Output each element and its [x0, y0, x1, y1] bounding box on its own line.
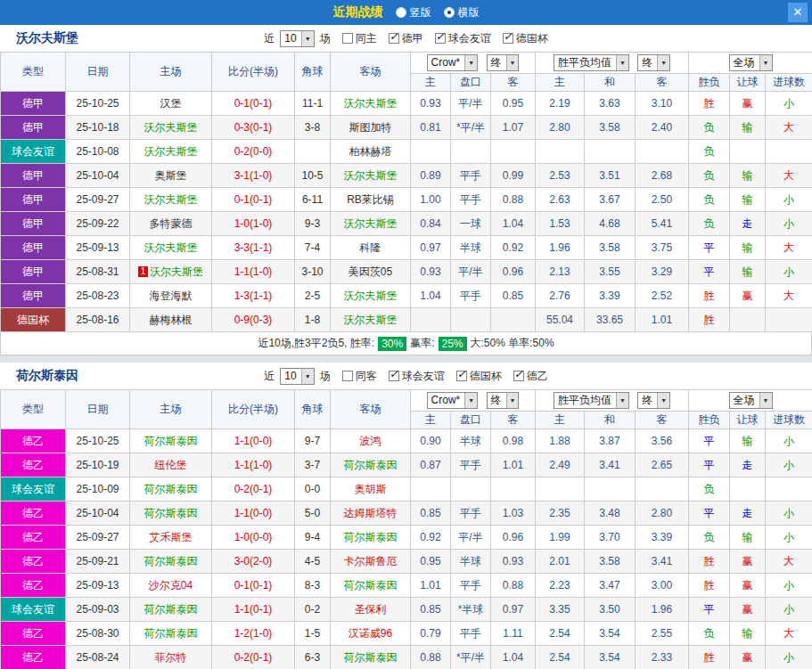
away-team-cell: 沃尔夫斯堡	[331, 164, 411, 188]
asian-away-odds-cell: 0.99	[491, 164, 536, 188]
checkbox-label: 球会友谊	[448, 31, 491, 46]
euro-away-odds-cell: 3.39	[636, 526, 689, 550]
scope-select[interactable]: 全场▼	[729, 54, 773, 71]
handicap-result-cell: 输	[730, 260, 766, 284]
euro-final-select[interactable]: 终▼	[637, 54, 670, 71]
scope-select[interactable]: 全场▼	[729, 392, 773, 409]
col-header-handicap-result: 让球	[730, 412, 766, 429]
handicap-cell: 一球	[451, 212, 491, 236]
match-row: 球会友谊25-10-08沃尔夫斯堡0-2(0-0)柏林赫塔负	[1, 140, 812, 164]
match-count-select[interactable]: 10▼	[280, 30, 314, 47]
goals-result-cell	[766, 308, 812, 332]
away-team-cell: 荷尔斯泰因	[331, 526, 411, 550]
result-cell: 平	[689, 260, 730, 284]
handicap-cell: *平/半	[451, 116, 491, 140]
goals-result-cell: 小	[766, 212, 812, 236]
select-value: Crow*	[431, 56, 461, 69]
select-value: 胜平负均值	[558, 393, 611, 408]
result-cell: 平	[689, 453, 730, 477]
euro-average-select[interactable]: 胜平负均值▼	[554, 54, 629, 71]
euro-final-select[interactable]: 终▼	[637, 392, 670, 409]
match-count-select[interactable]: 10▼	[280, 368, 314, 385]
asian-away-odds-cell: 1.03	[491, 502, 536, 526]
radio-vertical-layout[interactable]: 竖版	[396, 5, 431, 20]
result-cell: 负	[689, 164, 730, 188]
date-cell: 25-10-25	[66, 92, 130, 116]
date-cell: 25-09-13	[66, 574, 130, 598]
radio-vertical-label: 竖版	[410, 5, 431, 20]
asian-home-odds-cell: 0.90	[411, 429, 451, 453]
goals-result-cell	[766, 477, 812, 502]
filter-checkbox-1[interactable]: 德甲	[389, 31, 423, 46]
corner-cell: 9-4	[295, 526, 331, 550]
euro-draw-odds-cell: 3.58	[585, 116, 636, 140]
goals-result-cell: 大	[766, 550, 812, 574]
euro-away-odds-cell: 3.10	[636, 92, 689, 116]
handicap-result-cell: 输	[730, 164, 766, 188]
date-cell: 25-08-16	[66, 308, 130, 332]
home-team-cell: 多特蒙德	[130, 212, 212, 236]
filter-checkbox-2[interactable]: 德国杯	[456, 369, 502, 384]
chevron-down-icon: ▼	[506, 55, 519, 70]
handicap-result-cell: 赢	[730, 598, 766, 622]
handicap-result-cell: 赢	[730, 574, 766, 598]
filter-checkbox-0[interactable]: 同客	[342, 369, 377, 384]
bookmaker-select[interactable]: Crow*▼	[427, 392, 479, 409]
checkbox-icon	[389, 371, 399, 381]
handicap-result-cell: 走	[730, 502, 766, 526]
filter-checkbox-3[interactable]: 德国杯	[503, 31, 548, 46]
bookmaker-select[interactable]: Crow*▼	[427, 54, 479, 71]
corner-cell: 7-4	[295, 236, 331, 260]
col-header-handicap: 盘口	[451, 74, 491, 92]
asian-final-select[interactable]: 终▼	[487, 392, 520, 409]
type-cell: 德乙	[1, 574, 66, 598]
asian-home-odds-cell: 0.85	[411, 502, 451, 526]
near-label: 近	[264, 31, 275, 46]
chevron-down-icon: ▼	[616, 393, 628, 408]
match-row: 德乙25-08-24菲尔特0-2(0-1)6-3荷尔斯泰因0.88*平/半1.0…	[1, 646, 812, 669]
corner-cell: 1-5	[295, 622, 331, 646]
col-header-corner: 角球	[295, 53, 331, 92]
away-team-cell: 沃尔夫斯堡	[331, 308, 411, 332]
result-cell: 负	[689, 526, 730, 550]
col-header-away: 客场	[331, 53, 411, 92]
euro-average-select[interactable]: 胜平负均值▼	[554, 392, 629, 409]
date-cell: 25-08-30	[66, 622, 130, 646]
corner-cell: 6-11	[295, 188, 331, 212]
match-row: 德甲25-10-18沃尔夫斯堡0-3(0-1)3-8斯图加特0.81*平/半1.…	[1, 116, 812, 140]
close-button[interactable]: ✕	[788, 3, 808, 22]
corner-cell: 11-1	[295, 92, 331, 116]
filter-checkbox-0[interactable]: 同主	[342, 31, 377, 46]
filter-checkbox-3[interactable]: 德乙	[513, 369, 548, 384]
match-row: 德甲25-08-311沃尔夫斯堡1-1(1-0)3-10美因茨050.93平/半…	[1, 260, 812, 284]
col-header-corner: 角球	[295, 390, 331, 429]
col-header-away: 客场	[331, 390, 411, 429]
asian-home-odds-cell: 0.95	[411, 550, 451, 574]
asian-away-odds-cell: 0.97	[491, 598, 536, 622]
radio-horizontal-layout[interactable]: 横版	[444, 5, 480, 20]
asian-final-select[interactable]: 终▼	[487, 54, 520, 71]
euro-home-odds-cell: 1.53	[536, 212, 585, 236]
euro-home-odds-cell: 2.13	[536, 260, 585, 284]
away-team-cell: 卡尔斯鲁厄	[331, 550, 411, 574]
match-row: 德乙25-10-25荷尔斯泰因1-1(0-0)9-7波鸿0.90半球0.981.…	[1, 429, 812, 453]
type-cell: 德乙	[1, 453, 66, 477]
euro-draw-odds-cell: 33.65	[585, 308, 636, 332]
euro-home-odds-cell: 2.23	[536, 574, 585, 598]
match-row: 德乙25-08-30荷尔斯泰因1-2(1-0)1-5汉诺威960.79平手1.1…	[1, 622, 812, 646]
goals-result-cell: 大	[766, 164, 812, 188]
handicap-cell	[451, 477, 491, 502]
col-header-date: 日期	[66, 53, 130, 92]
euro-away-odds-cell: 2.65	[636, 453, 689, 477]
result-cell: 负	[689, 622, 730, 646]
handicap-cell: 平/半	[451, 92, 491, 116]
euro-home-odds-cell: 2.63	[536, 188, 585, 212]
filter-checkbox-1[interactable]: 球会友谊	[389, 369, 445, 384]
team-section-2: 荷尔斯泰因 近 10▼ 场 同客 球会友谊 德国杯	[0, 363, 812, 669]
col-header-euro-home: 主	[536, 412, 585, 429]
asian-away-odds-cell: 0.93	[491, 550, 536, 574]
score-cell: 3-1(1-0)	[212, 164, 295, 188]
corner-cell: 1-8	[295, 308, 331, 332]
filter-checkbox-2[interactable]: 球会友谊	[435, 31, 491, 46]
type-cell: 德甲	[1, 188, 66, 212]
